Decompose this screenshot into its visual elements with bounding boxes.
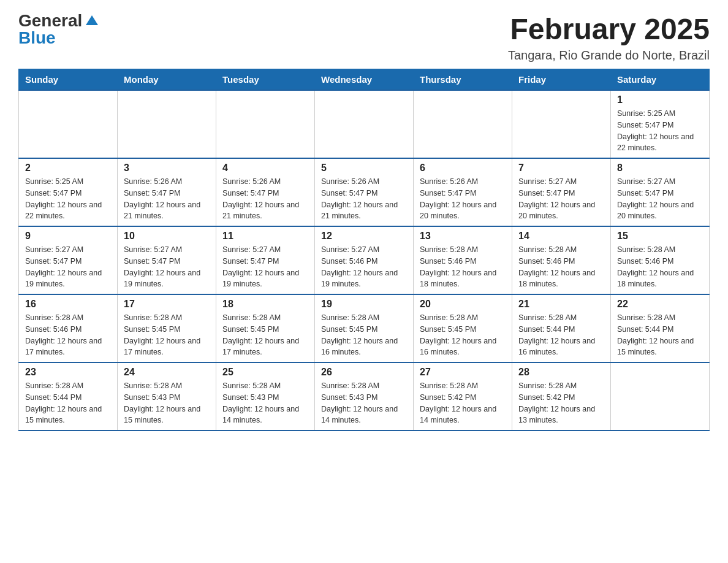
day-info: Sunrise: 5:28 AMSunset: 5:43 PMDaylight:… xyxy=(321,380,407,426)
week-row-3: 9Sunrise: 5:27 AMSunset: 5:47 PMDaylight… xyxy=(19,226,710,294)
day-number: 15 xyxy=(617,231,703,242)
calendar-header-row: SundayMondayTuesdayWednesdayThursdayFrid… xyxy=(19,69,710,91)
day-number: 27 xyxy=(420,367,506,378)
calendar-cell: 25Sunrise: 5:28 AMSunset: 5:43 PMDayligh… xyxy=(216,362,315,431)
day-info: Sunrise: 5:27 AMSunset: 5:47 PMDaylight:… xyxy=(124,244,210,290)
calendar-cell: 21Sunrise: 5:28 AMSunset: 5:44 PMDayligh… xyxy=(512,294,611,362)
calendar-cell: 6Sunrise: 5:26 AMSunset: 5:47 PMDaylight… xyxy=(414,158,512,226)
day-info: Sunrise: 5:28 AMSunset: 5:44 PMDaylight:… xyxy=(617,312,703,358)
day-info: Sunrise: 5:28 AMSunset: 5:45 PMDaylight:… xyxy=(124,312,210,358)
calendar-cell xyxy=(414,90,512,158)
day-number: 3 xyxy=(124,163,210,174)
day-number: 6 xyxy=(420,163,506,174)
day-number: 1 xyxy=(617,94,703,105)
day-info: Sunrise: 5:28 AMSunset: 5:46 PMDaylight:… xyxy=(518,244,604,290)
day-number: 23 xyxy=(25,367,111,378)
day-info: Sunrise: 5:28 AMSunset: 5:44 PMDaylight:… xyxy=(518,312,604,358)
day-info: Sunrise: 5:28 AMSunset: 5:43 PMDaylight:… xyxy=(124,380,210,426)
header-thursday: Thursday xyxy=(414,69,512,91)
day-info: Sunrise: 5:26 AMSunset: 5:47 PMDaylight:… xyxy=(124,176,210,222)
calendar-cell: 8Sunrise: 5:27 AMSunset: 5:47 PMDaylight… xyxy=(611,158,710,226)
calendar-cell: 20Sunrise: 5:28 AMSunset: 5:45 PMDayligh… xyxy=(414,294,512,362)
calendar-cell xyxy=(315,90,414,158)
calendar-cell: 19Sunrise: 5:28 AMSunset: 5:45 PMDayligh… xyxy=(315,294,414,362)
page-header: General Blue February 2025 Tangara, Rio … xyxy=(18,12,710,63)
calendar-cell: 15Sunrise: 5:28 AMSunset: 5:46 PMDayligh… xyxy=(611,226,710,294)
calendar-cell: 27Sunrise: 5:28 AMSunset: 5:42 PMDayligh… xyxy=(414,362,512,431)
day-number: 18 xyxy=(222,299,308,310)
day-info: Sunrise: 5:28 AMSunset: 5:46 PMDaylight:… xyxy=(617,244,703,290)
day-info: Sunrise: 5:28 AMSunset: 5:42 PMDaylight:… xyxy=(518,380,604,426)
day-info: Sunrise: 5:28 AMSunset: 5:43 PMDaylight:… xyxy=(222,380,308,426)
day-info: Sunrise: 5:25 AMSunset: 5:47 PMDaylight:… xyxy=(617,108,703,154)
calendar-cell: 22Sunrise: 5:28 AMSunset: 5:44 PMDayligh… xyxy=(611,294,710,362)
day-info: Sunrise: 5:25 AMSunset: 5:47 PMDaylight:… xyxy=(25,176,111,222)
day-info: Sunrise: 5:27 AMSunset: 5:47 PMDaylight:… xyxy=(222,244,308,290)
calendar-cell xyxy=(512,90,611,158)
calendar-cell: 7Sunrise: 5:27 AMSunset: 5:47 PMDaylight… xyxy=(512,158,611,226)
calendar-cell: 16Sunrise: 5:28 AMSunset: 5:46 PMDayligh… xyxy=(19,294,118,362)
day-number: 7 xyxy=(518,163,604,174)
day-number: 12 xyxy=(321,231,407,242)
day-number: 9 xyxy=(25,231,111,242)
day-number: 14 xyxy=(518,231,604,242)
day-number: 19 xyxy=(321,299,407,310)
logo-blue-text: Blue xyxy=(18,29,56,47)
day-info: Sunrise: 5:28 AMSunset: 5:45 PMDaylight:… xyxy=(420,312,506,358)
calendar-cell xyxy=(19,90,118,158)
header-friday: Friday xyxy=(512,69,611,91)
header-saturday: Saturday xyxy=(611,69,710,91)
week-row-2: 2Sunrise: 5:25 AMSunset: 5:47 PMDaylight… xyxy=(19,158,710,226)
logo: General Blue xyxy=(18,12,98,47)
calendar-cell: 23Sunrise: 5:28 AMSunset: 5:44 PMDayligh… xyxy=(19,362,118,431)
header-tuesday: Tuesday xyxy=(216,69,315,91)
calendar-cell: 4Sunrise: 5:26 AMSunset: 5:47 PMDaylight… xyxy=(216,158,315,226)
day-info: Sunrise: 5:28 AMSunset: 5:45 PMDaylight:… xyxy=(222,312,308,358)
day-info: Sunrise: 5:26 AMSunset: 5:47 PMDaylight:… xyxy=(420,176,506,222)
day-info: Sunrise: 5:27 AMSunset: 5:46 PMDaylight:… xyxy=(321,244,407,290)
day-number: 4 xyxy=(222,163,308,174)
day-number: 26 xyxy=(321,367,407,378)
calendar-cell: 14Sunrise: 5:28 AMSunset: 5:46 PMDayligh… xyxy=(512,226,611,294)
day-number: 5 xyxy=(321,163,407,174)
header-wednesday: Wednesday xyxy=(315,69,414,91)
calendar-cell xyxy=(611,362,710,431)
week-row-1: 1Sunrise: 5:25 AMSunset: 5:47 PMDaylight… xyxy=(19,90,710,158)
calendar-cell: 3Sunrise: 5:26 AMSunset: 5:47 PMDaylight… xyxy=(118,158,216,226)
day-number: 8 xyxy=(617,163,703,174)
calendar-cell xyxy=(118,90,216,158)
day-info: Sunrise: 5:27 AMSunset: 5:47 PMDaylight:… xyxy=(25,244,111,290)
day-info: Sunrise: 5:28 AMSunset: 5:42 PMDaylight:… xyxy=(420,380,506,426)
calendar-cell: 2Sunrise: 5:25 AMSunset: 5:47 PMDaylight… xyxy=(19,158,118,226)
calendar-cell: 24Sunrise: 5:28 AMSunset: 5:43 PMDayligh… xyxy=(118,362,216,431)
calendar-cell xyxy=(216,90,315,158)
calendar-cell: 26Sunrise: 5:28 AMSunset: 5:43 PMDayligh… xyxy=(315,362,414,431)
calendar-cell: 12Sunrise: 5:27 AMSunset: 5:46 PMDayligh… xyxy=(315,226,414,294)
logo-general-text: General xyxy=(18,12,82,29)
day-number: 28 xyxy=(518,367,604,378)
day-info: Sunrise: 5:26 AMSunset: 5:47 PMDaylight:… xyxy=(222,176,308,222)
day-number: 2 xyxy=(25,163,111,174)
calendar-cell: 10Sunrise: 5:27 AMSunset: 5:47 PMDayligh… xyxy=(118,226,216,294)
header-monday: Monday xyxy=(118,69,216,91)
calendar-cell: 9Sunrise: 5:27 AMSunset: 5:47 PMDaylight… xyxy=(19,226,118,294)
day-info: Sunrise: 5:27 AMSunset: 5:47 PMDaylight:… xyxy=(617,176,703,222)
day-number: 13 xyxy=(420,231,506,242)
day-info: Sunrise: 5:28 AMSunset: 5:44 PMDaylight:… xyxy=(25,380,111,426)
calendar-cell: 18Sunrise: 5:28 AMSunset: 5:45 PMDayligh… xyxy=(216,294,315,362)
title-block: February 2025 Tangara, Rio Grande do Nor… xyxy=(508,12,710,63)
week-row-5: 23Sunrise: 5:28 AMSunset: 5:44 PMDayligh… xyxy=(19,362,710,431)
day-number: 17 xyxy=(124,299,210,310)
calendar-title: February 2025 xyxy=(508,12,710,46)
calendar-cell: 5Sunrise: 5:26 AMSunset: 5:47 PMDaylight… xyxy=(315,158,414,226)
logo-triangle-icon xyxy=(86,15,98,25)
day-number: 20 xyxy=(420,299,506,310)
calendar-table: SundayMondayTuesdayWednesdayThursdayFrid… xyxy=(18,69,710,431)
day-info: Sunrise: 5:27 AMSunset: 5:47 PMDaylight:… xyxy=(518,176,604,222)
day-info: Sunrise: 5:28 AMSunset: 5:46 PMDaylight:… xyxy=(420,244,506,290)
day-number: 16 xyxy=(25,299,111,310)
calendar-cell: 11Sunrise: 5:27 AMSunset: 5:47 PMDayligh… xyxy=(216,226,315,294)
calendar-subtitle: Tangara, Rio Grande do Norte, Brazil xyxy=(508,48,710,63)
calendar-cell: 13Sunrise: 5:28 AMSunset: 5:46 PMDayligh… xyxy=(414,226,512,294)
day-number: 25 xyxy=(222,367,308,378)
